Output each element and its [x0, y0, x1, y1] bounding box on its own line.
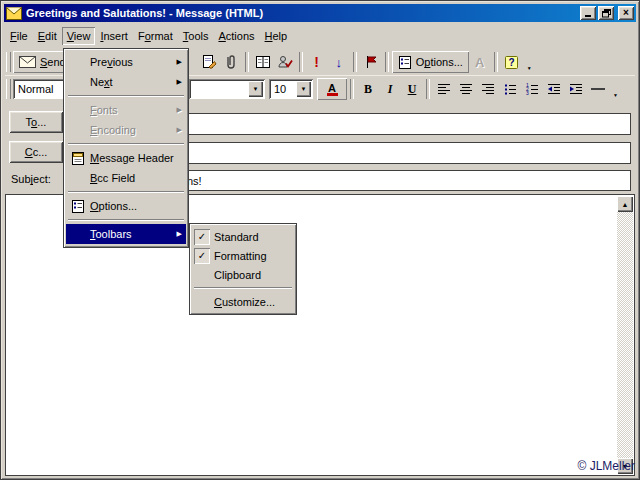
submenu-item-clipboard[interactable]: Clipboard — [192, 265, 294, 284]
check-names-button[interactable] — [274, 51, 296, 73]
options-icon — [398, 55, 412, 70]
close-icon: × — [623, 8, 629, 18]
decrease-indent-button[interactable] — [543, 78, 565, 100]
flag-button[interactable] — [360, 51, 382, 73]
toolbar-grip[interactable] — [6, 52, 11, 72]
address-book-button[interactable] — [252, 51, 274, 73]
to-button[interactable]: To... — [9, 111, 63, 133]
menu-item-toolbars[interactable]: Toolbars ▶ — [66, 224, 186, 244]
toolbars-submenu: ✓ Standard ✓ Formatting Clipboard Custom… — [189, 223, 297, 315]
toolbar-separator — [245, 52, 249, 72]
underline-button[interactable]: U — [401, 78, 423, 100]
restore-icon — [602, 9, 611, 18]
align-right-button[interactable] — [477, 78, 499, 100]
horizontal-line-icon — [589, 81, 607, 97]
message-header-icon — [71, 151, 86, 166]
font-color-button[interactable]: A — [317, 78, 347, 100]
attach-file-button[interactable] — [220, 51, 242, 73]
check-names-icon — [277, 54, 293, 70]
numbering-button[interactable]: 123 — [521, 78, 543, 100]
menu-item-message-header[interactable]: Message Header — [66, 148, 186, 168]
message-format-button[interactable]: A — [469, 51, 491, 73]
align-left-icon — [436, 81, 452, 97]
menu-item-options[interactable]: Options... — [66, 196, 186, 216]
options-icon — [71, 199, 85, 214]
restore-button[interactable] — [598, 6, 614, 20]
toolbar-separator — [299, 52, 303, 72]
help-button[interactable]: ? — [501, 51, 523, 73]
address-book-icon — [255, 54, 271, 70]
toolbar-separator — [350, 79, 354, 99]
menu-item-bcc-field[interactable]: Bcc Field — [66, 168, 186, 188]
bold-button[interactable]: B — [357, 78, 379, 100]
checkmark-icon: ✓ — [194, 229, 210, 245]
menu-separator — [68, 143, 184, 145]
menu-bar: File Edit View Insert Format Tools Actio… — [5, 25, 635, 47]
menu-item-encoding: Encoding ▶ — [66, 120, 186, 140]
menu-insert[interactable]: Insert — [95, 27, 133, 45]
menu-tools[interactable]: Tools — [178, 27, 214, 45]
submenu-item-customize[interactable]: Customize... — [192, 292, 294, 311]
importance-high-icon: ! — [314, 54, 319, 70]
subject-label: Subject: — [11, 173, 51, 185]
more-buttons-icon[interactable]: ▼ — [613, 92, 618, 98]
menu-separator — [68, 191, 184, 193]
decrease-indent-icon — [546, 81, 562, 97]
check-slot-empty — [194, 294, 210, 310]
font-color-icon: A — [328, 83, 336, 93]
toolbar-separator — [353, 52, 357, 72]
numbering-icon: 123 — [524, 81, 540, 97]
signature-button[interactable] — [198, 51, 220, 73]
menu-help[interactable]: Help — [260, 27, 293, 45]
font-name-combobox[interactable]: ▼ — [189, 79, 265, 99]
bullets-button[interactable] — [499, 78, 521, 100]
font-size-value: 10 — [271, 83, 294, 95]
svg-text:?: ? — [509, 57, 515, 68]
app-envelope-icon — [6, 7, 22, 20]
align-left-button[interactable] — [433, 78, 455, 100]
menu-actions[interactable]: Actions — [213, 27, 259, 45]
svg-text:3: 3 — [526, 90, 529, 96]
titlebar[interactable]: Greetings and Salutations! - Message (HT… — [4, 4, 636, 22]
cc-button[interactable]: Cc... — [9, 141, 63, 163]
window-title: Greetings and Salutations! - Message (HT… — [26, 7, 578, 19]
menu-format[interactable]: Format — [133, 27, 178, 45]
submenu-item-formatting[interactable]: ✓ Formatting — [192, 246, 294, 265]
menu-view[interactable]: View — [62, 27, 96, 45]
check-slot-empty — [194, 267, 210, 283]
chevron-down-icon[interactable]: ▼ — [248, 81, 263, 97]
menu-file[interactable]: File — [5, 27, 33, 45]
submenu-item-standard[interactable]: ✓ Standard — [192, 227, 294, 246]
close-button[interactable]: × — [618, 6, 634, 20]
chevron-down-icon[interactable]: ▼ — [296, 81, 311, 97]
scrollbar-track[interactable] — [617, 212, 633, 458]
importance-high-button[interactable]: ! — [306, 51, 328, 73]
align-center-button[interactable] — [455, 78, 477, 100]
toolbar-grip[interactable] — [6, 79, 11, 99]
watermark-text: © JLMeller — [577, 459, 635, 473]
minimize-button[interactable] — [580, 6, 596, 20]
importance-low-icon: ↓ — [335, 55, 342, 70]
message-format-icon: A — [475, 55, 484, 70]
menu-separator — [68, 95, 184, 97]
submenu-arrow-icon: ▶ — [168, 106, 186, 114]
submenu-arrow-icon: ▶ — [168, 126, 186, 134]
bullets-icon — [502, 81, 518, 97]
menu-edit[interactable]: Edit — [33, 27, 62, 45]
more-buttons-icon[interactable]: ▼ — [527, 65, 532, 71]
help-icon: ? — [504, 55, 519, 70]
increase-indent-button[interactable] — [565, 78, 587, 100]
horizontal-line-button[interactable] — [587, 78, 609, 100]
font-size-combobox[interactable]: 10 ▼ — [269, 79, 313, 99]
scroll-up-icon[interactable]: ▲ — [617, 196, 633, 212]
vertical-scrollbar[interactable]: ▲ ▼ — [617, 196, 633, 474]
menu-item-next[interactable]: Next ▶ — [66, 72, 186, 92]
options-button[interactable]: Options... — [392, 51, 469, 73]
menu-item-previous[interactable]: Previous ▶ — [66, 52, 186, 72]
importance-low-button[interactable]: ↓ — [328, 51, 350, 73]
menu-separator — [194, 287, 292, 289]
align-center-icon — [458, 81, 474, 97]
italic-button[interactable]: I — [379, 78, 401, 100]
toolbar-separator — [494, 52, 498, 72]
font-color-bar — [327, 93, 338, 96]
